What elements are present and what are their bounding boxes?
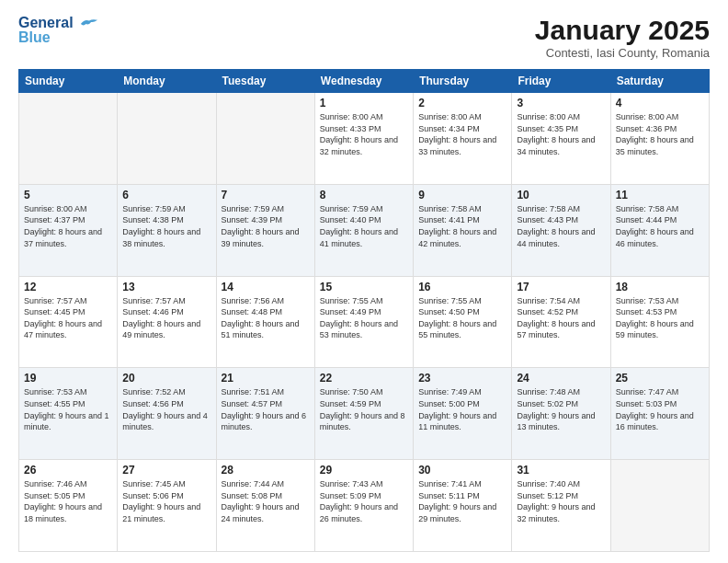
page-subtitle: Contesti, Iasi County, Romania [535, 46, 710, 60]
table-row: 11 Sunrise: 7:58 AMSunset: 4:44 PMDaylig… [610, 184, 709, 276]
table-row: 30 Sunrise: 7:41 AMSunset: 5:11 PMDaylig… [414, 460, 512, 552]
calendar-week-row: 5 Sunrise: 8:00 AMSunset: 4:37 PMDayligh… [19, 184, 710, 276]
col-sunday: Sunday [19, 70, 118, 93]
page: General Blue January 2025 Contesti, Iasi… [0, 0, 728, 563]
table-row [19, 93, 118, 185]
calendar-table: Sunday Monday Tuesday Wednesday Thursday… [18, 69, 710, 552]
col-monday: Monday [118, 70, 216, 93]
logo-text: General [18, 15, 99, 31]
table-row: 19 Sunrise: 7:53 AMSunset: 4:55 PMDaylig… [19, 368, 118, 460]
col-tuesday: Tuesday [216, 70, 314, 93]
table-row: 1 Sunrise: 8:00 AMSunset: 4:33 PMDayligh… [314, 93, 413, 185]
table-row: 7 Sunrise: 7:59 AMSunset: 4:39 PMDayligh… [216, 184, 314, 276]
table-row: 25 Sunrise: 7:47 AMSunset: 5:03 PMDaylig… [610, 368, 709, 460]
header: General Blue January 2025 Contesti, Iasi… [18, 15, 710, 60]
table-row: 14 Sunrise: 7:56 AMSunset: 4:48 PMDaylig… [216, 276, 314, 368]
calendar-week-row: 1 Sunrise: 8:00 AMSunset: 4:33 PMDayligh… [19, 93, 710, 185]
table-row: 22 Sunrise: 7:50 AMSunset: 4:59 PMDaylig… [314, 368, 413, 460]
table-row [118, 93, 216, 185]
col-friday: Friday [512, 70, 610, 93]
table-row: 21 Sunrise: 7:51 AMSunset: 4:57 PMDaylig… [216, 368, 314, 460]
title-block: January 2025 Contesti, Iasi County, Roma… [535, 15, 710, 60]
table-row: 6 Sunrise: 7:59 AMSunset: 4:38 PMDayligh… [118, 184, 216, 276]
table-row: 3 Sunrise: 8:00 AMSunset: 4:35 PMDayligh… [512, 93, 610, 185]
calendar-week-row: 12 Sunrise: 7:57 AMSunset: 4:45 PMDaylig… [19, 276, 710, 368]
table-row: 31 Sunrise: 7:40 AMSunset: 5:12 PMDaylig… [512, 460, 610, 552]
calendar-week-row: 26 Sunrise: 7:46 AMSunset: 5:05 PMDaylig… [19, 460, 710, 552]
table-row: 9 Sunrise: 7:58 AMSunset: 4:41 PMDayligh… [414, 184, 512, 276]
table-row: 17 Sunrise: 7:54 AMSunset: 4:52 PMDaylig… [512, 276, 610, 368]
logo-bird-icon [79, 17, 99, 30]
table-row [610, 460, 709, 552]
table-row: 28 Sunrise: 7:44 AMSunset: 5:08 PMDaylig… [216, 460, 314, 552]
table-row: 10 Sunrise: 7:58 AMSunset: 4:43 PMDaylig… [512, 184, 610, 276]
table-row: 26 Sunrise: 7:46 AMSunset: 5:05 PMDaylig… [19, 460, 118, 552]
table-row: 15 Sunrise: 7:55 AMSunset: 4:49 PMDaylig… [314, 276, 413, 368]
calendar-week-row: 19 Sunrise: 7:53 AMSunset: 4:55 PMDaylig… [19, 368, 710, 460]
table-row: 2 Sunrise: 8:00 AMSunset: 4:34 PMDayligh… [414, 93, 512, 185]
col-saturday: Saturday [610, 70, 709, 93]
logo-blue-text: Blue [18, 29, 99, 46]
table-row: 18 Sunrise: 7:53 AMSunset: 4:53 PMDaylig… [610, 276, 709, 368]
table-row [216, 93, 314, 185]
table-row: 13 Sunrise: 7:57 AMSunset: 4:46 PMDaylig… [118, 276, 216, 368]
table-row: 27 Sunrise: 7:45 AMSunset: 5:06 PMDaylig… [118, 460, 216, 552]
table-row: 8 Sunrise: 7:59 AMSunset: 4:40 PMDayligh… [314, 184, 413, 276]
table-row: 20 Sunrise: 7:52 AMSunset: 4:56 PMDaylig… [118, 368, 216, 460]
logo: General Blue [18, 15, 99, 46]
table-row: 5 Sunrise: 8:00 AMSunset: 4:37 PMDayligh… [19, 184, 118, 276]
calendar-header-row: Sunday Monday Tuesday Wednesday Thursday… [19, 70, 710, 93]
table-row: 12 Sunrise: 7:57 AMSunset: 4:45 PMDaylig… [19, 276, 118, 368]
col-wednesday: Wednesday [314, 70, 413, 93]
table-row: 24 Sunrise: 7:48 AMSunset: 5:02 PMDaylig… [512, 368, 610, 460]
table-row: 23 Sunrise: 7:49 AMSunset: 5:00 PMDaylig… [414, 368, 512, 460]
page-title: January 2025 [535, 15, 710, 46]
table-row: 16 Sunrise: 7:55 AMSunset: 4:50 PMDaylig… [414, 276, 512, 368]
col-thursday: Thursday [414, 70, 512, 93]
table-row: 29 Sunrise: 7:43 AMSunset: 5:09 PMDaylig… [314, 460, 413, 552]
table-row: 4 Sunrise: 8:00 AMSunset: 4:36 PMDayligh… [610, 93, 709, 185]
